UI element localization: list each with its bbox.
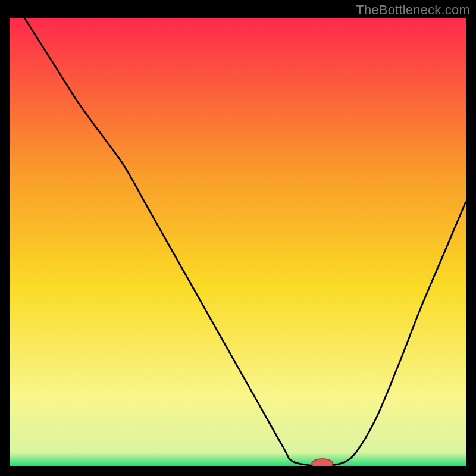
- gradient-background: [10, 18, 466, 466]
- watermark-text: TheBottleneck.com: [356, 2, 470, 18]
- optimal-point-marker: [312, 459, 333, 466]
- plot-area: [10, 18, 466, 466]
- chart-container: TheBottleneck.com: [0, 0, 476, 476]
- chart-svg: [10, 18, 466, 466]
